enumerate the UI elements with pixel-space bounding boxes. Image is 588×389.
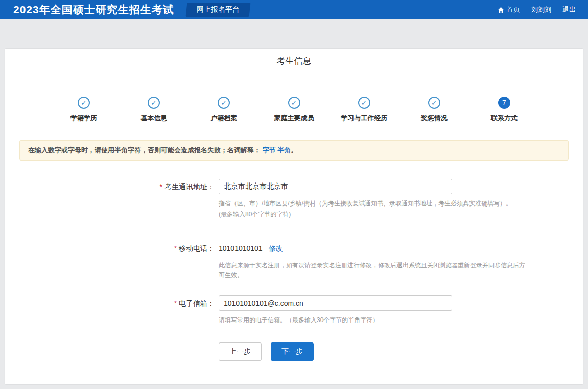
home-link-label: 首页 (507, 5, 520, 14)
platform-badge-label: 网上报名平台 (197, 5, 240, 14)
home-icon (498, 7, 504, 13)
email-row: *电子信箱： 请填写常用的电子信箱。（最多输入30个字节的半角字符） (5, 295, 583, 325)
step-connector (119, 103, 148, 103)
step-connector (230, 103, 259, 103)
step-label: 基本信息 (119, 113, 189, 123)
mobile-value: 10101010101 (219, 241, 263, 253)
step-label: 家庭主要成员 (259, 113, 329, 123)
step-connector (189, 103, 218, 103)
email-input[interactable] (219, 295, 452, 311)
step-connector (440, 103, 469, 103)
previous-step-button[interactable]: 上一步 (219, 342, 262, 361)
step-number-circle: 7 (498, 97, 510, 109)
step-connector (300, 103, 330, 103)
top-header: 2023年全国硕士研究生招生考试 网上报名平台 首页 刘刘刘 退出 (0, 0, 588, 19)
step-check-icon: ✓ (428, 97, 440, 109)
byte-glossary-link[interactable]: 字节 (263, 146, 276, 154)
address-help-line1: 指省（区、市）/地市区县/乡镇/街村（为考生接收复试通知书、录取通知书地址，考生… (219, 199, 512, 209)
halfwidth-notice: 在输入数字或字母时，请使用半角字符，否则可能会造成报名失败；名词解释： 字节 半… (19, 140, 569, 161)
step-connector (160, 103, 189, 103)
step-connector (90, 103, 119, 103)
address-help-line2: (最多输入80个字节的字符) (219, 210, 512, 219)
app-title: 2023年全国硕士研究生招生考试 (13, 3, 174, 17)
email-label: *电子信箱： (5, 295, 215, 325)
required-asterisk: * (174, 244, 177, 253)
notice-text-after: 。 (291, 146, 297, 154)
steps: ✓学籍学历✓基本信息✓户籍档案✓家庭主要成员✓学习与工作经历✓奖惩情况7联系方式 (49, 97, 539, 123)
home-link[interactable]: 首页 (498, 5, 520, 14)
mobile-row: *移动电话： 10101010101 修改 此信息来源于实名注册，如有误请登录实… (5, 241, 583, 280)
step-connector (329, 103, 358, 103)
logout-link-label: 退出 (562, 5, 576, 14)
step-check-icon: ✓ (148, 97, 160, 109)
step-connector (510, 103, 539, 103)
mobile-label: *移动电话： (5, 241, 215, 280)
step-2-done: ✓基本信息 (119, 97, 189, 123)
step-label: 联系方式 (469, 113, 539, 123)
step-check-icon: ✓ (218, 97, 230, 109)
email-help: 请填写常用的电子信箱。（最多输入30个字节的半角字符） (219, 315, 452, 325)
platform-badge: 网上报名平台 (185, 3, 250, 17)
logout-link[interactable]: 退出 (562, 5, 576, 14)
form-buttons: 上一步 下一步 (219, 342, 583, 384)
step-connector (469, 103, 498, 103)
step-connector (399, 103, 428, 103)
step-check-icon: ✓ (358, 97, 370, 109)
step-label: 户籍档案 (189, 113, 259, 123)
step-label: 奖惩情况 (399, 113, 469, 123)
step-label: 学籍学历 (49, 113, 119, 123)
step-7-current: 7联系方式 (469, 97, 539, 123)
page-title: 考生信息 (5, 49, 583, 74)
step-4-done: ✓家庭主要成员 (259, 97, 329, 123)
step-check-icon: ✓ (288, 97, 300, 109)
username[interactable]: 刘刘刘 (531, 5, 551, 14)
address-input[interactable] (219, 179, 452, 194)
address-label: *考生通讯地址： (5, 179, 215, 219)
header-actions: 首页 刘刘刘 退出 (498, 5, 576, 14)
step-5-done: ✓学习与工作经历 (329, 97, 399, 123)
step-1-done: ✓学籍学历 (49, 97, 119, 123)
step-3-done: ✓户籍档案 (189, 97, 259, 123)
address-row: *考生通讯地址： 指省（区、市）/地市区县/乡镇/街村（为考生接收复试通知书、录… (5, 179, 583, 219)
next-step-button[interactable]: 下一步 (271, 342, 314, 361)
step-check-icon: ✓ (78, 97, 90, 109)
candidate-info-card: 考生信息 ✓学籍学历✓基本信息✓户籍档案✓家庭主要成员✓学习与工作经历✓奖惩情况… (5, 49, 583, 384)
notice-text: 在输入数字或字母时，请使用半角字符，否则可能会造成报名失败；名词解释： (28, 146, 261, 154)
contact-form: *考生通讯地址： 指省（区、市）/地市区县/乡镇/街村（为考生接收复试通知书、录… (5, 179, 583, 384)
mobile-help: 此信息来源于实名注册，如有误请登录实名注册进行修改，修改后退出系统且关闭浏览器重… (219, 261, 525, 280)
required-asterisk: * (174, 299, 177, 307)
step-6-done: ✓奖惩情况 (399, 97, 469, 123)
halfwidth-glossary-link[interactable]: 半角 (277, 146, 291, 154)
modify-mobile-link[interactable]: 修改 (269, 244, 283, 253)
step-connector (49, 103, 78, 103)
step-connector (370, 103, 399, 103)
required-asterisk: * (160, 182, 162, 191)
step-connector (259, 103, 288, 103)
step-label: 学习与工作经历 (329, 113, 399, 123)
